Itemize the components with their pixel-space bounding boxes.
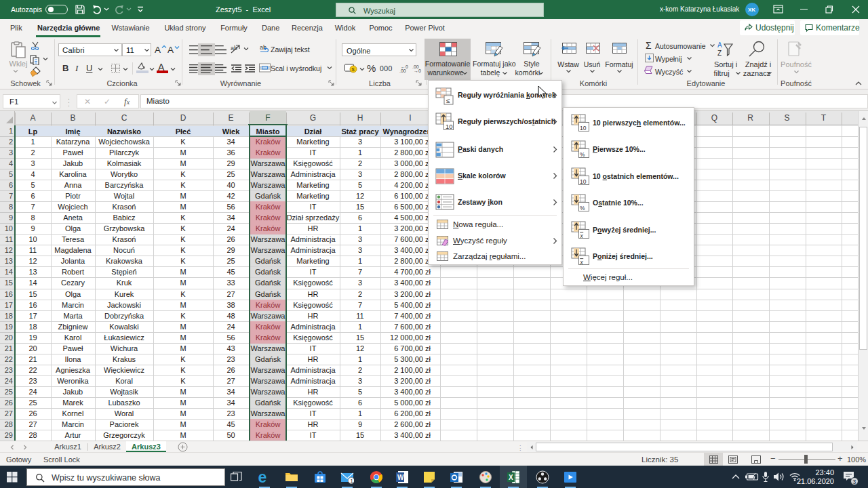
svg-text:%: %	[580, 151, 585, 158]
svg-text:W: W	[397, 474, 404, 481]
svg-text:10: 10	[446, 123, 453, 130]
svg-text:10: 10	[580, 178, 587, 185]
svg-text:%: %	[580, 205, 585, 211]
svg-text:1: 1	[351, 478, 353, 484]
svg-text:Z: Z	[717, 49, 722, 57]
svg-text:e: e	[258, 470, 267, 484]
svg-text:x: x	[580, 259, 584, 266]
svg-text:10: 10	[580, 125, 587, 131]
svg-text:≤: ≤	[446, 97, 450, 104]
svg-text:ab: ab	[231, 45, 237, 52]
svg-text:A: A	[717, 41, 722, 49]
svg-text:X: X	[509, 474, 513, 481]
svg-text:.00: .00	[399, 68, 406, 73]
svg-text:x: x	[580, 232, 584, 239]
svg-text:→0: →0	[414, 68, 421, 73]
